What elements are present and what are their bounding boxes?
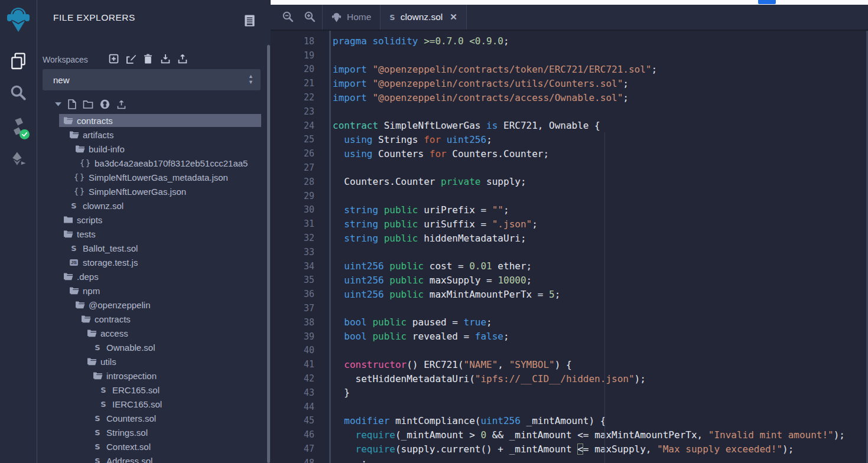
- indent-guide: [604, 357, 605, 371]
- delete-workspace-icon[interactable]: [142, 53, 154, 64]
- code-line-30[interactable]: 30 string public uriPrefix = "";: [271, 203, 868, 217]
- solidity-compiler-plugin-icon[interactable]: [0, 117, 37, 136]
- tree-item-npm[interactable]: npm: [37, 283, 271, 298]
- code-line-26[interactable]: 26 using Counters for Counters.Counter;: [271, 146, 868, 161]
- tree-item-Strings.sol[interactable]: SStrings.sol: [37, 425, 271, 439]
- indent-guide: [604, 343, 605, 357]
- line-number: 41: [271, 359, 314, 370]
- indent-guide: [604, 132, 605, 146]
- code-line-19[interactable]: 19: [271, 48, 868, 63]
- code-line-40[interactable]: 40: [271, 343, 868, 357]
- code-line-33[interactable]: 33: [271, 245, 868, 259]
- code-line-text: Counters.Counter private supply;: [333, 176, 526, 187]
- tree-item-introspection[interactable]: introspection: [37, 369, 271, 383]
- solidity-icon: S: [92, 442, 103, 451]
- code-line-46[interactable]: 46 require(_mintAmount > 0 && _mintAmoun…: [271, 428, 868, 442]
- tree-item-scripts[interactable]: scripts: [37, 213, 271, 227]
- code-line-39[interactable]: 39 bool public revealed = false;: [271, 330, 868, 344]
- tree-item-Context.sol[interactable]: SContext.sol: [37, 439, 271, 454]
- tree-item-build-info[interactable]: build-info: [37, 142, 271, 156]
- remix-logo-icon[interactable]: [0, 5, 37, 34]
- code-line-34[interactable]: 34 uint256 public cost = 0.01 ether;: [271, 259, 868, 273]
- tab-home[interactable]: Home: [322, 5, 381, 30]
- tree-item-storage.test.js[interactable]: JSstorage.test.js: [37, 255, 271, 269]
- download-workspaces-icon[interactable]: [160, 53, 171, 64]
- tree-item-ba3dc4a2aeab170f8312eb51ccc21aa5[interactable]: {}ba3dc4a2aeab170f8312eb51ccc21aa5: [37, 156, 271, 170]
- code-line-42[interactable]: 42 setHiddenMetadataUri("ipfs://__CID__/…: [271, 371, 868, 386]
- tree-item-access[interactable]: access: [37, 326, 271, 340]
- tree-item-artifacts[interactable]: artifacts: [37, 128, 271, 142]
- rename-workspace-icon[interactable]: [125, 53, 136, 64]
- code-line-35[interactable]: 35 uint256 public maxSupply = 10000;: [271, 273, 868, 287]
- panel-title: FILE EXPLORERS: [53, 12, 135, 23]
- code-line-43[interactable]: 43 }: [271, 386, 868, 400]
- create-workspace-icon[interactable]: [108, 53, 119, 64]
- tree-item-tests[interactable]: tests: [37, 227, 271, 241]
- tree-item-SimpleNftLowerGas_metadata.json[interactable]: {}SimpleNftLowerGas_metadata.json: [37, 170, 271, 184]
- line-number: 23: [271, 106, 314, 117]
- code-line-47[interactable]: 47 require(supply.current() + _mintAmoun…: [271, 442, 868, 456]
- workspace-select[interactable]: new ▲▼: [43, 69, 261, 90]
- code-line-37[interactable]: 37: [271, 301, 868, 315]
- code-line-41[interactable]: 41 constructor() ERC721("NAME", "SYMBOL"…: [271, 357, 868, 371]
- restore-workspaces-icon[interactable]: [177, 53, 188, 64]
- search-plugin-icon[interactable]: [0, 84, 37, 101]
- tree-item-Counters.sol[interactable]: SCounters.sol: [37, 411, 271, 425]
- json-icon: {}: [74, 187, 85, 196]
- clone-github-icon[interactable]: [100, 99, 110, 109]
- tree-item-Ballot_test.sol[interactable]: SBallot_test.sol: [37, 241, 271, 255]
- zoom-in-icon[interactable]: [304, 11, 316, 23]
- tree-item-.deps[interactable]: .deps: [37, 269, 271, 283]
- indent-guide: [604, 400, 605, 414]
- tab-clownz-sol[interactable]: Sclownz.sol✕: [381, 5, 466, 30]
- tree-item-Address.sol[interactable]: SAddress.sol: [37, 454, 271, 463]
- tree-item-SimpleNftLowerGas.json[interactable]: {}SimpleNftLowerGas.json: [37, 184, 271, 198]
- deploy-run-plugin-icon[interactable]: [0, 151, 37, 168]
- code-line-24[interactable]: 24contract SimpleNftLowerGas is ERC721, …: [271, 119, 868, 133]
- code-line-31[interactable]: 31 string public uriSuffix = ".json";: [271, 217, 868, 231]
- folder-open-icon: [63, 116, 73, 125]
- code-line-18[interactable]: 18pragma solidity >=0.7.0 <0.9.0;: [271, 34, 868, 48]
- close-tab-icon[interactable]: ✕: [450, 12, 457, 22]
- file-explorer-plugin-icon[interactable]: [0, 52, 37, 71]
- code-line-text: bool public paused = true;: [333, 317, 492, 328]
- code-line-38[interactable]: 38 bool public paused = true;: [271, 315, 868, 330]
- code-line-28[interactable]: 28 Counters.Counter private supply;: [271, 175, 868, 189]
- indent-guide: [604, 371, 605, 386]
- panel-scrollbar[interactable]: [267, 45, 270, 463]
- code-line-32[interactable]: 32 string public hiddenMetadataUri;: [271, 231, 868, 245]
- indent-guide: [604, 146, 605, 161]
- code-line-48[interactable]: 48 _;: [271, 456, 868, 463]
- code-line-23[interactable]: 23: [271, 105, 868, 119]
- code-line-27[interactable]: 27: [271, 161, 868, 175]
- panel-doc-icon[interactable]: [244, 14, 255, 27]
- tree-item-label: scripts: [77, 215, 102, 225]
- code-line-25[interactable]: 25 using Strings for uint256;: [271, 132, 868, 146]
- tree-item-label: build-info: [89, 144, 125, 154]
- tree-item-utils[interactable]: utils: [37, 354, 271, 369]
- code-line-text: string public uriSuffix = ".json";: [333, 219, 538, 230]
- code-line-20[interactable]: 20import "@openzeppelin/contracts/token/…: [271, 62, 868, 76]
- folder-closed-icon: [63, 216, 73, 224]
- tree-item-label: contracts: [77, 116, 113, 126]
- new-file-icon[interactable]: [68, 99, 76, 109]
- code-line-21[interactable]: 21import "@openzeppelin/contracts/utils/…: [271, 76, 868, 90]
- zoom-out-icon[interactable]: [282, 11, 294, 23]
- tree-item-@openzeppelin[interactable]: @openzeppelin: [37, 298, 271, 312]
- code-line-29[interactable]: 29: [271, 189, 868, 203]
- collapse-caret-icon[interactable]: [55, 102, 61, 106]
- tree-item-contracts[interactable]: contracts: [37, 113, 271, 128]
- tree-item-IERC165.sol[interactable]: SIERC165.sol: [37, 397, 271, 411]
- code-line-36[interactable]: 36 uint256 public maxMintAmountPerTx = 5…: [271, 287, 868, 301]
- tree-item-ERC165.sol[interactable]: SERC165.sol: [37, 383, 271, 397]
- new-folder-icon[interactable]: [83, 100, 93, 109]
- editor-tabbar: HomeSclownz.sol✕: [271, 5, 868, 31]
- code-line-22[interactable]: 22import "@openzeppelin/contracts/access…: [271, 90, 868, 105]
- tree-item-contracts[interactable]: contracts: [37, 312, 271, 326]
- code-line-44[interactable]: 44: [271, 400, 868, 414]
- code-line-45[interactable]: 45 modifier mintCompliance(uint256 _mint…: [271, 413, 868, 428]
- upload-file-icon[interactable]: [116, 100, 126, 109]
- tree-item-Ownable.sol[interactable]: SOwnable.sol: [37, 340, 271, 354]
- tree-item-clownz.sol[interactable]: Sclownz.sol: [37, 198, 271, 213]
- line-number: 30: [271, 204, 314, 215]
